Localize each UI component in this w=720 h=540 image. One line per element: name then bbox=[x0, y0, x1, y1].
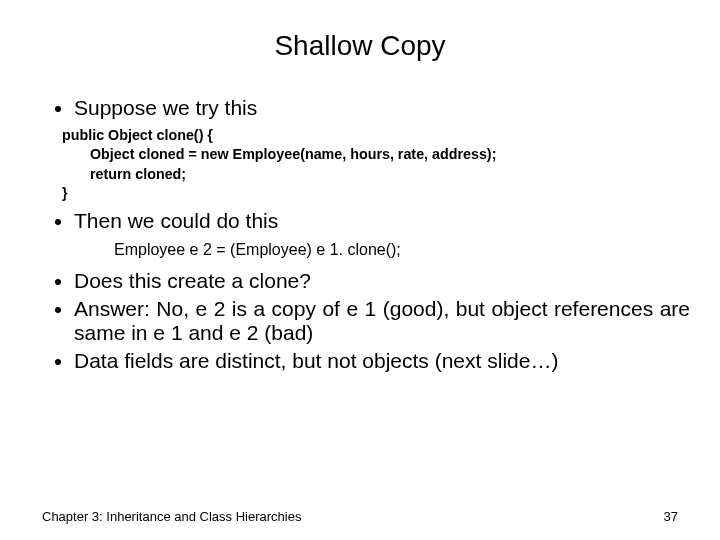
code-block: Employee e 2 = (Employee) e 1. clone(); bbox=[114, 239, 690, 261]
bullet-item: Data fields are distinct, but not object… bbox=[74, 349, 690, 373]
footer-chapter: Chapter 3: Inheritance and Class Hierarc… bbox=[42, 509, 301, 524]
code-line: Employee e 2 = (Employee) e 1. clone(); bbox=[114, 239, 690, 261]
slide-title: Shallow Copy bbox=[30, 30, 690, 62]
bullet-text: Then we could do this bbox=[74, 209, 278, 232]
code-block: public Object clone() { Object cloned = … bbox=[62, 126, 690, 203]
code-line: return cloned; bbox=[62, 165, 690, 184]
bullet-list: Suppose we try this public Object clone(… bbox=[30, 96, 690, 373]
slide: Shallow Copy Suppose we try this public … bbox=[0, 0, 720, 540]
bullet-text: Data fields are distinct, but not object… bbox=[74, 349, 558, 372]
bullet-text: Answer: No, e 2 is a copy of e 1 (good),… bbox=[74, 297, 690, 344]
bullet-text: Suppose we try this bbox=[74, 96, 257, 119]
code-line: } bbox=[62, 184, 690, 203]
footer-page-number: 37 bbox=[664, 509, 678, 524]
code-line: public Object clone() { bbox=[62, 126, 690, 145]
footer: Chapter 3: Inheritance and Class Hierarc… bbox=[0, 509, 720, 524]
bullet-item: Suppose we try this public Object clone(… bbox=[74, 96, 690, 203]
bullet-text: Does this create a clone? bbox=[74, 269, 311, 292]
code-line: Object cloned = new Employee(name, hours… bbox=[62, 145, 690, 164]
bullet-item: Does this create a clone? bbox=[74, 269, 690, 293]
bullet-item: Answer: No, e 2 is a copy of e 1 (good),… bbox=[74, 297, 690, 345]
bullet-item: Then we could do this Employee e 2 = (Em… bbox=[74, 209, 690, 261]
